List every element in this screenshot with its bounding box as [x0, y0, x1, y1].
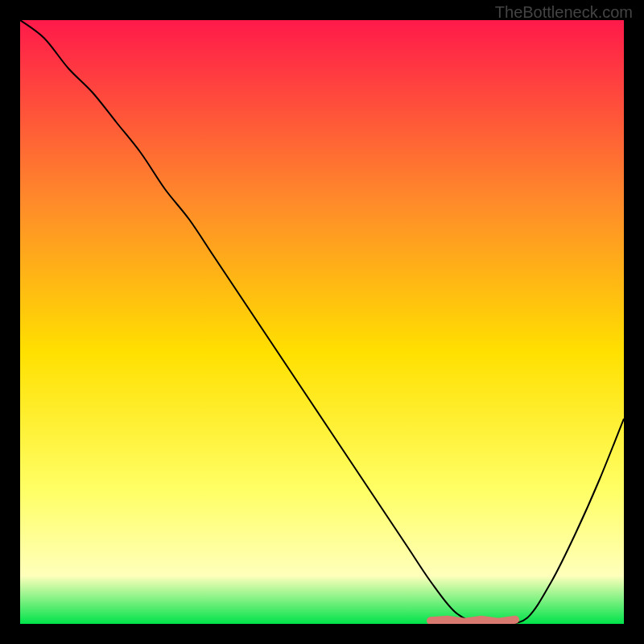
optimal-range-highlight: [431, 620, 515, 622]
chart-plot-area: [20, 20, 624, 624]
watermark-text: TheBottleneck.com: [495, 3, 633, 22]
gradient-background: [20, 20, 624, 624]
bottleneck-chart: [20, 20, 624, 624]
